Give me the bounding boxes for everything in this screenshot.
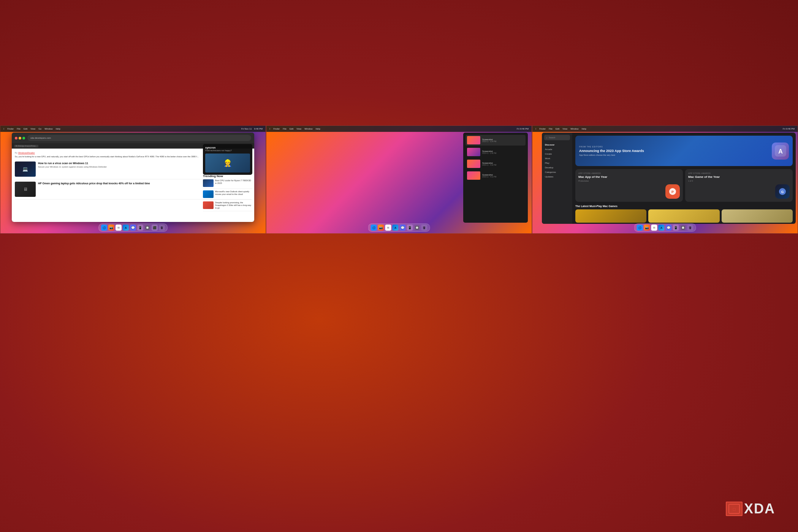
sidebar-nav-categories[interactable]: Categories: [542, 170, 572, 174]
menubar-window: Window: [44, 128, 52, 130]
menubar2-edit: Edit: [290, 128, 293, 130]
dock-appstore[interactable]: A: [123, 225, 129, 231]
game-thumb-3[interactable]: [722, 209, 793, 223]
award-card-mac-game[interactable]: APP STORE AWARDS Mac Game of the Year 1 …: [685, 169, 793, 202]
menubar-3:  Finder File Edit View Window Help Fri …: [532, 126, 798, 132]
featured-title: Announcing the 2023 App Store Awards: [579, 149, 644, 153]
sidebar-nav-work[interactable]: Work: [542, 156, 572, 161]
sidebar-nav-discover[interactable]: Discover: [542, 142, 572, 147]
screenshot-window[interactable]:  Finder File Edit View Window Help Fri …: [266, 125, 532, 234]
browser-chrome-window[interactable]: xda-developers.com Bk MsEdge AmazonPrime…: [12, 133, 254, 222]
search-icon: ⌕: [546, 136, 548, 139]
award-title-mac-app: Mac App of the Year: [578, 175, 680, 179]
xda-logo-text: XDA: [744, 501, 775, 517]
menubar3-help: Help: [581, 128, 586, 130]
dock-calendar[interactable]: 11: [116, 225, 122, 231]
screenshot-item-2[interactable]: Screenshot 2023-11 - 2:46 PM: [466, 147, 526, 157]
sidebar-nav-develop[interactable]: Develop: [542, 165, 572, 170]
dock2-other1[interactable]: 📱: [407, 225, 413, 231]
dock3-finder[interactable]: 🔵: [637, 225, 643, 231]
award-app-icon-2: G: [775, 184, 790, 199]
menubar-edit: Edit: [24, 128, 27, 130]
dock2-calendar[interactable]: 11: [385, 225, 391, 231]
award-title-mac-game: Mac Game of the Year: [688, 175, 790, 179]
trending-thumb-3: [203, 201, 214, 209]
dock2-finder[interactable]: 🔵: [371, 225, 377, 231]
screenshot-thumb-4: [467, 171, 480, 180]
dock-finder[interactable]: 🔵: [101, 225, 107, 231]
games-row: [575, 209, 793, 223]
traffic-lights: [15, 137, 25, 139]
menubar-1:  Finder File Edit View Go Window Help F…: [0, 126, 266, 132]
featured-banner[interactable]: FROM THE EDITORS Announcing the 2023 App…: [575, 136, 793, 166]
menubar3-right: Fri 9:46 PM: [783, 128, 795, 130]
game-thumb-2[interactable]: [648, 209, 719, 223]
menubar3-apple: : [535, 128, 536, 130]
url-bar[interactable]: xda-developers.com: [27, 135, 251, 141]
screenshot-item-3[interactable]: Screenshot 2023-11 - 4:32 PM: [466, 158, 526, 169]
sidebar-nav-updates[interactable]: Updates: [542, 174, 572, 179]
menubar2-window: Window: [304, 128, 312, 130]
syncron-subtitle: Field technicians not happy?: [205, 149, 250, 152]
latest-games-title: The Latest Must-Play Mac Games: [575, 205, 793, 207]
search-placeholder: Search: [549, 136, 555, 139]
featured-text: FROM THE EDITORS Announcing the 2023 App…: [579, 146, 644, 157]
browser-window[interactable]:  Finder File Edit View Go Window Help F…: [0, 125, 266, 234]
dock3-calendar[interactable]: 11: [651, 225, 657, 231]
award-sub-1: Productwise: [578, 180, 680, 182]
appstore-main-content[interactable]: FROM THE EDITORS Announcing the 2023 App…: [572, 133, 796, 224]
sidebar-nav-create[interactable]: Create: [542, 152, 572, 156]
url-text: xda-developers.com: [30, 137, 51, 139]
dock2-photos[interactable]: 📷: [378, 225, 384, 231]
dock-other1[interactable]: 📱: [137, 225, 143, 231]
desktop-background: [0, 0, 798, 532]
dock-other3[interactable]: ⬛: [152, 225, 158, 231]
menubar-go: Go: [38, 128, 41, 130]
award-card-mac-app[interactable]: APP STORE AWARDS Mac App of the Year Pro…: [575, 169, 683, 202]
maximize-button[interactable]: [22, 137, 25, 139]
appstore-sidebar: ⌕ Search Discover Arcade Create Work Pla…: [542, 133, 572, 224]
minimize-button[interactable]: [19, 137, 21, 139]
sidebar-nav-arcade[interactable]: Arcade: [542, 147, 572, 152]
dock-other2[interactable]: 🔲: [144, 225, 150, 231]
screenshot-panel[interactable]: Screenshot 2023-11 - 3:34 PM Screenshot …: [463, 133, 528, 223]
screenshot-item-4[interactable]: Screenshot 2023-11 - 4:13 PM: [466, 170, 526, 181]
dock2-discord[interactable]: 💬: [400, 225, 406, 231]
appstore-inner[interactable]: ⌕ Search Discover Arcade Create Work Pla…: [542, 133, 796, 224]
menubar-finder: Finder: [7, 128, 14, 130]
dock3-other1[interactable]: 📱: [673, 225, 679, 231]
dock-discord[interactable]: 💬: [130, 225, 136, 231]
menubar2-view: View: [296, 128, 301, 130]
dock2-other2[interactable]: 🔲: [414, 225, 420, 231]
dock3-discord[interactable]: 💬: [666, 225, 672, 231]
sidebar-nav-play[interactable]: Play: [542, 161, 572, 165]
dock3-appstore[interactable]: A: [659, 225, 665, 231]
appstore-window[interactable]:  Finder File Edit View Window Help Fri …: [532, 125, 798, 234]
svg-text:G: G: [781, 190, 784, 194]
article-image-2: 🖥: [15, 182, 36, 197]
trending-text-3: Despite looking promising, the Snapdrago…: [215, 201, 252, 209]
appstore-search[interactable]: ⌕ Search: [544, 135, 570, 140]
dock-trash[interactable]: 🗑: [159, 225, 165, 231]
trending-text-1: Best CPU cooler for Ryzen 7 7800X3D in 2…: [215, 179, 252, 185]
trending-item-1[interactable]: Best CPU cooler for Ryzen 7 7800X3D in 2…: [203, 179, 252, 189]
screenshot-item-1[interactable]: Screenshot 2023-11 - 3:34 PM: [466, 135, 526, 146]
close-button[interactable]: [15, 137, 17, 139]
menubar2-help: Help: [315, 128, 320, 130]
dock-photos[interactable]: 📷: [108, 225, 114, 231]
dock3-trash[interactable]: 🗑: [687, 225, 694, 231]
menubar3-edit: Edit: [556, 128, 559, 130]
menubar2-date: Fri 9:46 PM: [517, 128, 529, 130]
dock3-other2[interactable]: 🔲: [680, 225, 686, 231]
syncron-title: syncron: [205, 149, 250, 149]
game-thumb-1[interactable]: [575, 209, 646, 223]
trending-thumb-1: [203, 179, 214, 187]
dock2-appstore[interactable]: A: [393, 225, 399, 231]
menubar-right-1: Fri Nov 11 9:46 PM: [241, 128, 263, 130]
dock-2: 🔵 📷 11 A 💬 📱 🔲 🗑: [368, 223, 430, 232]
dock2-trash[interactable]: 🗑: [421, 225, 428, 231]
trending-item-2[interactable]: Microsoft's new Outlook client quietly m…: [203, 190, 252, 200]
trending-item-3[interactable]: Despite looking promising, the Snapdrago…: [203, 201, 252, 211]
dock3-photos[interactable]: 📷: [644, 225, 650, 231]
svg-text:P: P: [671, 190, 674, 194]
